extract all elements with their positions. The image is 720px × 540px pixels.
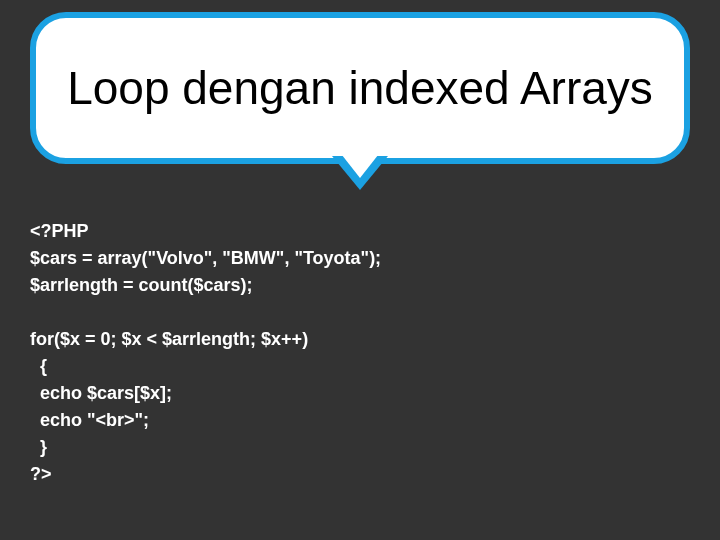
code-line: for($x = 0; $x < $arrlength; $x++)	[30, 329, 308, 349]
bubble-pointer-fill	[338, 150, 382, 178]
title-bubble: Loop dengan indexed Arrays	[30, 12, 690, 164]
code-line: }	[30, 437, 47, 457]
code-line: {	[30, 356, 47, 376]
code-line: $cars = array("Volvo", "BMW", "Toyota");	[30, 248, 381, 268]
slide-title: Loop dengan indexed Arrays	[67, 62, 653, 115]
code-line: ?>	[30, 464, 52, 484]
code-block: <?PHP $cars = array("Volvo", "BMW", "Toy…	[30, 218, 381, 488]
code-line: echo $cars[$x];	[30, 383, 172, 403]
code-line: $arrlength = count($cars);	[30, 275, 253, 295]
code-line: echo "<br>";	[30, 410, 149, 430]
code-line: <?PHP	[30, 221, 89, 241]
